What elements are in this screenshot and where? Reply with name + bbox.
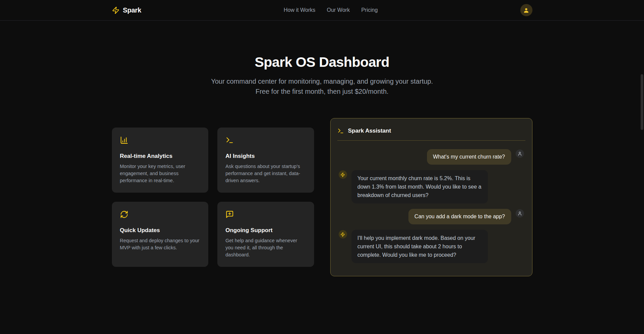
feature-title: Quick Updates (120, 227, 201, 234)
page-title: Spark OS Dashboard (0, 54, 644, 70)
nav-link-how-it-works[interactable]: How it Works (284, 7, 315, 13)
bar-chart-icon (120, 140, 128, 145)
chat-message-assistant: Your current monthly churn rate is 5.2%.… (339, 170, 524, 203)
scrollbar-thumb[interactable] (641, 74, 643, 130)
user-icon (517, 211, 522, 216)
page-subtitle: Your command center for monitoring, mana… (204, 76, 440, 96)
user-message-bubble: Can you add a dark mode to the app? (408, 209, 511, 224)
main-content: Real-time Analytics Monitor your key met… (112, 118, 532, 276)
feature-description: Request and deploy changes to your MVP w… (120, 237, 201, 251)
lightning-bolt-icon (340, 172, 345, 177)
chat-message-assistant: I'll help you implement dark mode. Based… (339, 230, 524, 263)
refresh-icon (120, 214, 128, 220)
feature-card-quick-updates: Quick Updates Request and deploy changes… (112, 202, 209, 267)
terminal-icon (337, 128, 344, 134)
chat-message-user: Can you add a dark mode to the app? (339, 209, 524, 224)
user-avatar (516, 149, 524, 158)
brand-logo[interactable]: Spark (112, 6, 142, 14)
user-icon (517, 151, 522, 156)
assistant-message-bubble: I'll help you implement dark mode. Based… (351, 230, 488, 263)
terminal-icon (225, 140, 234, 145)
feature-card-ongoing-support: Ongoing Support Get help and guidance wh… (217, 202, 314, 267)
feature-card-grid: Real-time Analytics Monitor your key met… (112, 128, 314, 267)
lightning-bolt-icon (340, 232, 345, 237)
feature-title: Ongoing Support (225, 227, 306, 234)
message-square-plus-icon (225, 214, 234, 220)
account-avatar-button[interactable] (520, 4, 532, 16)
user-message-bubble: What's my current churn rate? (427, 149, 511, 165)
navbar-inner: Spark How it Works Our Work Pricing (106, 0, 538, 20)
assistant-message-bubble: Your current monthly churn rate is 5.2%.… (351, 170, 488, 203)
hero-section: Spark OS Dashboard Your command center f… (0, 21, 644, 96)
feature-description: Monitor your key metrics, user engagemen… (120, 163, 201, 184)
feature-description: Ask questions about your startup's perfo… (225, 163, 306, 184)
user-icon (523, 7, 529, 13)
brand-name: Spark (123, 6, 142, 14)
top-navbar: Spark How it Works Our Work Pricing (0, 0, 644, 21)
assistant-avatar (339, 230, 347, 239)
chat-messages: What's my current churn rate? Your curre… (331, 141, 532, 276)
feature-card-analytics: Real-time Analytics Monitor your key met… (112, 128, 209, 193)
lightning-bolt-icon (112, 6, 120, 14)
chat-header: Spark Assistant (331, 118, 532, 140)
spark-assistant-panel: Spark Assistant What's my current churn … (330, 118, 532, 276)
chat-title: Spark Assistant (348, 128, 391, 134)
nav-link-pricing[interactable]: Pricing (361, 7, 378, 13)
feature-title: AI Insights (225, 153, 306, 160)
feature-description: Get help and guidance whenever you need … (225, 237, 306, 258)
nav-link-our-work[interactable]: Our Work (327, 7, 350, 13)
user-avatar (516, 209, 524, 218)
feature-card-ai-insights: AI Insights Ask questions about your sta… (217, 128, 314, 193)
feature-title: Real-time Analytics (120, 153, 201, 160)
main-nav: How it Works Our Work Pricing (284, 7, 378, 13)
assistant-avatar (339, 170, 347, 179)
chat-message-user: What's my current churn rate? (339, 149, 524, 165)
